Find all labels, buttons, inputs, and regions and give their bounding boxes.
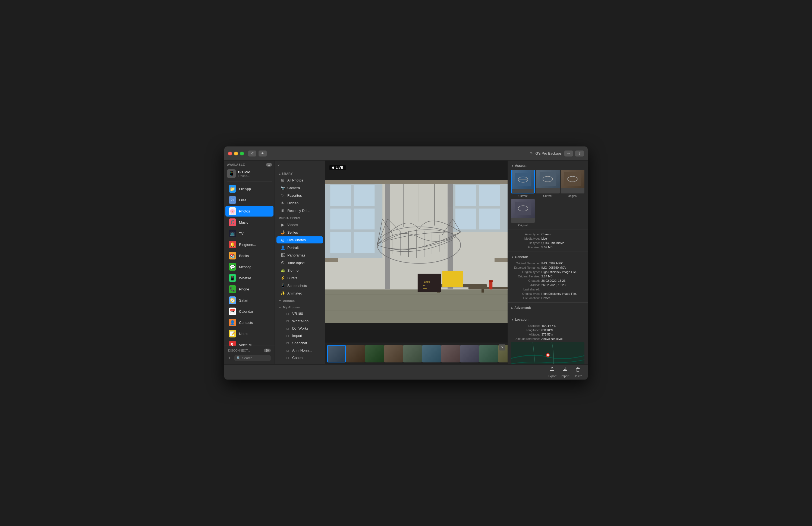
export-button[interactable]: Export	[548, 367, 556, 378]
nav-portrait[interactable]: 👤 Portrait	[276, 244, 323, 251]
orig-type2-val: High Efficiency Image File...	[541, 292, 584, 295]
import-icon	[562, 367, 568, 374]
nav-timelapse[interactable]: ⏱ Time-lapse	[276, 259, 323, 266]
assets-header[interactable]: ▼ Assets:	[511, 163, 584, 170]
nav-panoramas[interactable]: 🖼 Panoramas	[276, 252, 323, 259]
filmstrip-thumb-7[interactable]	[441, 345, 460, 362]
filmstrip-thumb-9[interactable]	[479, 345, 498, 362]
sidebar-item-phone[interactable]: 📞 Phone	[226, 284, 274, 295]
sub-vr180[interactable]: □ VR180	[276, 310, 323, 317]
delete-button[interactable]: Delete	[574, 367, 582, 378]
filmstrip-thumb-1[interactable]	[327, 345, 346, 362]
filmstrip-thumb-3[interactable]	[365, 345, 384, 362]
file-type-val: QuickTime movie	[541, 241, 584, 244]
nav-screenshots[interactable]: 📱 Screenshots	[276, 282, 323, 289]
advanced-section: ▶ Advanced:	[508, 303, 588, 314]
filmstrip-thumb-4[interactable]	[384, 345, 403, 362]
sidebar-item-voicememo[interactable]: 🎙 Voice M...	[226, 339, 274, 345]
nav-slomo[interactable]: 🐢 Slo-mo	[276, 267, 323, 274]
sidebar-item-calendar[interactable]: 📅 Calendar	[226, 306, 274, 317]
filmstrip-thumb-2[interactable]	[346, 345, 365, 362]
sidebar-item-photos[interactable]: 🌸 Photos	[226, 206, 274, 216]
sub-anni-nonn[interactable]: □ Anni Nonn...	[276, 347, 323, 354]
albums-group[interactable]: ▼ Albums	[275, 297, 325, 303]
nav-all-photos[interactable]: ⊞ All Photos	[276, 176, 323, 184]
general-header[interactable]: ▼ General:	[511, 254, 584, 261]
sidebar-item-files[interactable]: 🗂 Files	[226, 195, 274, 205]
nav-recently-del[interactable]: 🗑 Recently Del...	[276, 207, 323, 214]
asset-thumb-current-1[interactable]	[511, 170, 535, 194]
sidebar-item-music[interactable]: 🎵 Music	[226, 217, 274, 228]
sub-djiworks[interactable]: □ DJI Works	[276, 325, 323, 332]
close-button[interactable]	[228, 152, 232, 155]
filmstrip-thumb-8[interactable]	[460, 345, 479, 362]
filmstrip-scroll-down[interactable]: ∨	[499, 344, 505, 351]
back-button[interactable]: ‹	[275, 160, 325, 170]
sidebar-item-whatsapp[interactable]: 📱 WhatsA...	[226, 272, 274, 283]
info-row-added: Added: 26.02.2020, 16:23	[511, 283, 584, 287]
hidden-icon: 👁	[280, 201, 285, 205]
general-title: General:	[515, 255, 528, 259]
sidebar-item-ringtone[interactable]: 🔔 Ringtone...	[226, 239, 274, 250]
refresh-button[interactable]: ↺	[248, 151, 256, 156]
add-button[interactable]: +	[227, 355, 232, 361]
nav-favorites[interactable]: ♡ Favorites	[276, 192, 323, 199]
advanced-header[interactable]: ▶ Advanced:	[511, 305, 584, 312]
djiworks-icon: □	[285, 327, 290, 330]
titlebar: ↺ 👁 ⟳ G's Pro Backups ⇔ ?	[224, 146, 588, 160]
sidebar-item-books[interactable]: 📚 Books	[226, 250, 274, 261]
shared-albums-group[interactable]: ▼ Shared Albu...	[275, 361, 325, 364]
transfer-button[interactable]: ⇔	[564, 151, 573, 156]
nav-live-photos[interactable]: ◎ Live Photos	[276, 236, 323, 243]
info-row-file-location: File location: Device	[511, 296, 584, 300]
sidebar-item-safari[interactable]: 🧭 Safari	[226, 295, 274, 305]
import-label: Import	[561, 374, 569, 378]
svg-rect-65	[565, 367, 565, 370]
asset-thumb-3-svg	[564, 172, 581, 186]
info-row-last-shared: Last shared:	[511, 287, 584, 292]
sidebar-item-contacts[interactable]: 👤 Contacts	[226, 317, 274, 328]
sub-whatsapp[interactable]: □ WhatsApp	[276, 317, 323, 324]
general-section: ▼ General: Original file name: IMG_0987.…	[508, 252, 588, 303]
sub-canon[interactable]: □ Canon	[276, 354, 323, 361]
altitude-key: Altitude:	[511, 333, 541, 336]
info-row-orig-type: Original type: High Efficiency Image Fil…	[511, 270, 584, 274]
disconnect-row: DISCONNECT... 20	[226, 347, 273, 354]
nav-videos[interactable]: ▶ Videos	[276, 221, 323, 228]
sidebar-item-notes[interactable]: 📝 Notes	[226, 328, 274, 339]
minimize-button[interactable]	[234, 152, 238, 155]
orig-filename-val: IMG_0987.HEIC	[541, 262, 584, 265]
sub-snapchat[interactable]: □ Snapchat	[276, 340, 323, 346]
sub-import[interactable]: □ Import	[276, 332, 323, 339]
advanced-title: Advanced:	[514, 306, 531, 310]
map-placeholder[interactable]	[511, 342, 584, 364]
import-button[interactable]: Import	[561, 367, 569, 378]
filmstrip-thumb-5[interactable]	[403, 345, 422, 362]
location-header[interactable]: ▼ Location:	[511, 316, 584, 324]
search-input[interactable]	[242, 356, 269, 360]
help-button[interactable]: ?	[575, 151, 584, 156]
device-item[interactable]: 📱 G's Pro iPhone... ⋮	[224, 168, 275, 180]
svg-rect-9	[354, 232, 375, 253]
nav-camera[interactable]: 📷 Camera	[276, 184, 323, 191]
all-photos-icon: ⊞	[280, 178, 285, 182]
sidebar-item-messages[interactable]: 💬 Messag...	[226, 261, 274, 272]
my-albums-group[interactable]: ▼ My Albums	[275, 303, 325, 310]
filmstrip-thumb-6[interactable]	[422, 345, 441, 362]
nav-animated[interactable]: ✨ Animated	[276, 290, 323, 297]
sidebar-item-tv[interactable]: 📺 TV	[226, 228, 274, 239]
asset-thumb-current-2[interactable]	[536, 170, 560, 194]
asset-thumb-original-2[interactable]	[511, 199, 535, 223]
sidebar-item-fileapp[interactable]: 📁 FileApp	[226, 183, 274, 194]
phone-label: Phone	[239, 287, 249, 291]
nav-selfies[interactable]: 🤳 Selfies	[276, 229, 323, 236]
files-label: Files	[239, 198, 246, 202]
nav-hidden[interactable]: 👁 Hidden	[276, 199, 323, 207]
nav-bursts[interactable]: ⚡ Bursts	[276, 274, 323, 282]
eye-button[interactable]: 👁	[259, 151, 267, 156]
maximize-button[interactable]	[240, 152, 244, 155]
hidden-label: Hidden	[287, 201, 299, 205]
advanced-arrow-icon: ▶	[511, 307, 513, 310]
svg-rect-12	[479, 185, 500, 206]
asset-thumb-original-1[interactable]	[561, 170, 584, 194]
